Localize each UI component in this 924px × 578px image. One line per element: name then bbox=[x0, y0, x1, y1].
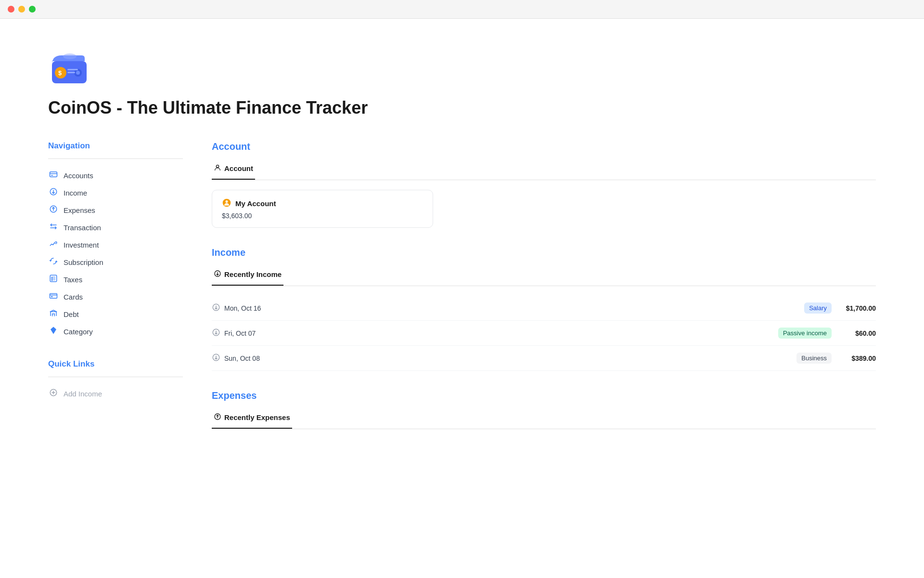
sidebar-item-expenses[interactable]: Expenses bbox=[48, 201, 183, 219]
account-tab[interactable]: Account bbox=[212, 160, 255, 180]
recently-expenses-tab-icon bbox=[214, 413, 221, 422]
income-badge: Passive income bbox=[778, 328, 832, 339]
income-right: Salary $1,700.00 bbox=[804, 302, 876, 314]
income-right: Passive income $60.00 bbox=[778, 328, 876, 339]
svg-rect-6 bbox=[67, 72, 75, 73]
debt-icon bbox=[48, 309, 59, 319]
logo-area: $ CoinOS - The Ultimate Finance Tracker bbox=[48, 48, 876, 118]
investment-icon bbox=[48, 239, 59, 250]
account-card-icon bbox=[222, 198, 231, 209]
expenses-section: Expenses Recently Expenses bbox=[212, 390, 876, 429]
sidebar-item-label: Income bbox=[64, 189, 87, 197]
svg-rect-13 bbox=[51, 296, 53, 297]
sidebar-item-label: Category bbox=[64, 328, 93, 336]
quick-link-label: Add Income bbox=[64, 390, 102, 398]
income-section-title: Income bbox=[212, 247, 876, 258]
svg-point-15 bbox=[216, 165, 218, 168]
sidebar-item-accounts[interactable]: Accounts bbox=[48, 167, 183, 184]
income-date: Mon, Oct 16 bbox=[212, 303, 804, 313]
main-content: $ CoinOS - The Ultimate Finance Tracker … bbox=[0, 19, 924, 468]
account-section-title: Account bbox=[212, 141, 876, 152]
income-row-icon bbox=[212, 328, 220, 338]
sidebar-divider bbox=[48, 158, 183, 159]
income-tab-bar: Recently Income bbox=[212, 266, 876, 286]
svg-rect-12 bbox=[50, 294, 57, 299]
minimize-button[interactable] bbox=[18, 6, 25, 13]
income-row: Fri, Oct 07 Passive income $60.00 bbox=[212, 321, 876, 346]
sidebar-item-label: Cards bbox=[64, 293, 83, 301]
income-badge: Salary bbox=[804, 302, 832, 314]
account-section: Account Account bbox=[212, 141, 876, 228]
income-date: Fri, Oct 07 bbox=[212, 328, 778, 338]
income-table: Mon, Oct 16 Salary $1,700.00 bbox=[212, 296, 876, 371]
income-date: Sun, Oct 08 bbox=[212, 353, 796, 363]
wallet-icon: $ bbox=[48, 48, 91, 86]
taxes-icon bbox=[48, 274, 59, 285]
account-card-name: My Account bbox=[222, 198, 423, 209]
sidebar-item-subscription[interactable]: Subscription bbox=[48, 253, 183, 271]
income-section: Income Recently Income bbox=[212, 247, 876, 371]
subscription-icon bbox=[48, 257, 59, 267]
sidebar-item-label: Investment bbox=[64, 241, 99, 249]
income-icon bbox=[48, 187, 59, 198]
app-title: CoinOS - The Ultimate Finance Tracker bbox=[48, 98, 876, 118]
category-icon bbox=[48, 326, 59, 337]
sidebar-item-taxes[interactable]: Taxes bbox=[48, 271, 183, 288]
accounts-icon bbox=[48, 170, 59, 181]
sidebar-item-cards[interactable]: Cards bbox=[48, 288, 183, 305]
income-row: Sun, Oct 08 Business $389.00 bbox=[212, 346, 876, 371]
navigation-title: Navigation bbox=[48, 141, 183, 151]
transaction-icon bbox=[48, 222, 59, 233]
account-name-text: My Account bbox=[235, 199, 276, 208]
income-amount: $1,700.00 bbox=[837, 304, 876, 312]
income-row-icon bbox=[212, 303, 220, 313]
svg-rect-8 bbox=[50, 172, 57, 177]
sidebar-item-transaction[interactable]: Transaction bbox=[48, 219, 183, 236]
expenses-section-title: Expenses bbox=[212, 390, 876, 401]
quick-links-divider bbox=[48, 377, 183, 377]
income-date-text: Fri, Oct 07 bbox=[224, 329, 256, 337]
income-right: Business $389.00 bbox=[796, 353, 876, 364]
income-amount: $60.00 bbox=[837, 329, 876, 337]
sidebar-item-label: Transaction bbox=[64, 223, 101, 232]
titlebar bbox=[0, 0, 924, 19]
main-panel: Account Account bbox=[212, 141, 876, 439]
svg-point-17 bbox=[226, 200, 228, 203]
sidebar-item-debt[interactable]: Debt bbox=[48, 305, 183, 323]
recently-expenses-tab-label: Recently Expenses bbox=[224, 413, 290, 421]
recently-income-tab[interactable]: Recently Income bbox=[212, 266, 283, 286]
income-amount: $389.00 bbox=[837, 355, 876, 362]
account-tab-label: Account bbox=[224, 164, 253, 172]
sidebar: Navigation Accounts bbox=[48, 141, 183, 439]
sidebar-item-label: Subscription bbox=[64, 258, 103, 266]
sidebar-item-label: Accounts bbox=[64, 171, 93, 180]
income-row-icon bbox=[212, 353, 220, 363]
cards-icon bbox=[48, 291, 59, 302]
income-date-text: Mon, Oct 16 bbox=[224, 304, 261, 312]
account-tab-bar: Account bbox=[212, 160, 876, 180]
recently-income-tab-icon bbox=[214, 270, 221, 279]
layout: Navigation Accounts bbox=[48, 141, 876, 439]
svg-point-4 bbox=[76, 71, 80, 75]
maximize-button[interactable] bbox=[29, 6, 36, 13]
quick-links-title: Quick Links bbox=[48, 359, 183, 369]
income-badge: Business bbox=[796, 353, 832, 364]
sidebar-item-investment[interactable]: Investment bbox=[48, 236, 183, 253]
sidebar-item-label: Expenses bbox=[64, 206, 95, 214]
expenses-icon bbox=[48, 205, 59, 215]
account-card: My Account $3,603.00 bbox=[212, 190, 433, 228]
svg-rect-5 bbox=[67, 69, 78, 70]
sidebar-item-label: Debt bbox=[64, 310, 79, 318]
income-date-text: Sun, Oct 08 bbox=[224, 355, 260, 362]
expenses-tab-bar: Recently Expenses bbox=[212, 409, 876, 429]
account-tab-icon bbox=[214, 164, 221, 173]
account-card-amount: $3,603.00 bbox=[222, 212, 423, 220]
recently-income-tab-label: Recently Income bbox=[224, 270, 282, 278]
close-button[interactable] bbox=[8, 6, 14, 13]
recently-expenses-tab[interactable]: Recently Expenses bbox=[212, 409, 292, 429]
sidebar-item-category[interactable]: Category bbox=[48, 323, 183, 340]
sidebar-item-income[interactable]: Income bbox=[48, 184, 183, 201]
svg-point-7 bbox=[63, 53, 77, 59]
svg-text:$: $ bbox=[58, 69, 62, 77]
quick-link-add-income[interactable]: Add Income bbox=[48, 385, 183, 402]
